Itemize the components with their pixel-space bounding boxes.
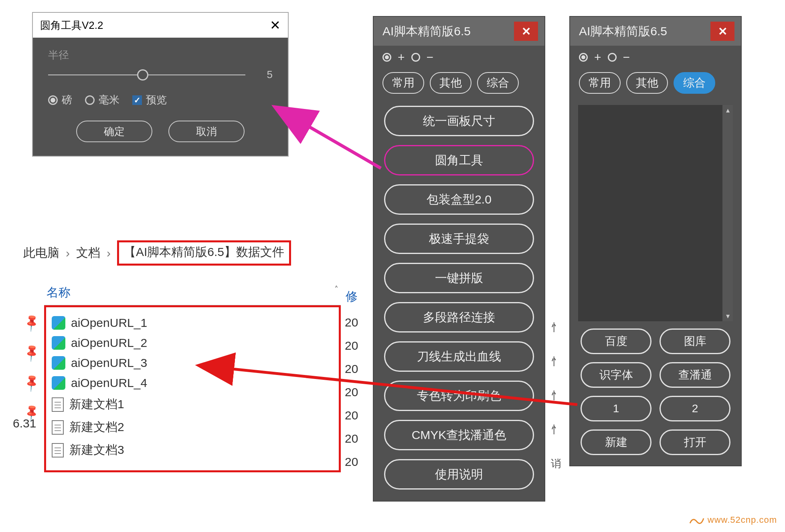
file-name: 新建文档1 — [69, 396, 124, 413]
radio-pound-label: 磅 — [62, 93, 72, 107]
tab-mixed[interactable]: 综合 — [477, 72, 519, 94]
file-date: 20 — [345, 362, 358, 376]
mode-row: + − — [570, 46, 741, 66]
col-name[interactable]: 名称 — [47, 284, 71, 301]
file-list: aiOpenURL_1 aiOpenURL_2 aiOpenURL_3 aiOp… — [44, 305, 341, 472]
file-header[interactable]: 名称 ˄ — [44, 280, 341, 305]
cancel-button[interactable]: 取消 — [168, 121, 245, 142]
dialog-titlebar[interactable]: 圆角工具V2.2 ✕ — [33, 13, 288, 38]
minus-label: − — [623, 50, 630, 64]
doc-file-icon — [52, 397, 64, 412]
script-button[interactable]: 统一画板尺寸 — [384, 106, 534, 136]
panel-titlebar[interactable]: AI脚本精简版6.5 ✕ — [570, 17, 741, 46]
script-button[interactable]: 多段路径连接 — [384, 302, 534, 332]
tab-common[interactable]: 常用 — [382, 72, 424, 94]
tab-other[interactable]: 其他 — [430, 72, 471, 94]
shortcut-1[interactable]: 1 — [581, 396, 651, 421]
radio-dot-icon[interactable] — [411, 53, 420, 62]
breadcrumb-root[interactable]: 此电脑 — [23, 245, 59, 261]
pin-icon[interactable]: 📌 — [21, 343, 42, 363]
scroll-up-icon[interactable]: ▴ — [722, 105, 733, 115]
shortcut-pantone[interactable]: 查潘通 — [660, 362, 730, 388]
shortcut-font[interactable]: 识字体 — [581, 362, 651, 388]
shortcut-2[interactable]: 2 — [660, 396, 730, 421]
script-list: 统一画板尺寸 圆角工具 包装盒型2.0 极速手提袋 一键拼版 多段路径连接 刀线… — [374, 101, 544, 501]
scroll-down-icon[interactable]: ▾ — [722, 311, 733, 321]
radius-slider[interactable] — [48, 75, 245, 75]
stray-char: 忄 — [551, 320, 561, 335]
breadcrumb-folder[interactable]: 【AI脚本精简版6.5】数据文件 — [117, 240, 291, 266]
file-name: aiOpenURL_3 — [71, 356, 147, 370]
script-panel-2: AI脚本精简版6.5 ✕ + − 常用 其他 综合 ▴ ▾ 百度 图库 识字体 … — [569, 16, 742, 466]
script-button-round-corner[interactable]: 圆角工具 — [384, 145, 534, 175]
list-item[interactable]: aiOpenURL_3 — [50, 353, 335, 373]
shortcut-gallery[interactable]: 图库 — [660, 328, 730, 354]
scrollbar[interactable]: ▴ ▾ — [722, 105, 733, 321]
pin-icon[interactable]: 📌 — [21, 373, 42, 393]
panel-titlebar[interactable]: AI脚本精简版6.5 ✕ — [374, 17, 544, 46]
close-icon[interactable]: ✕ — [710, 22, 734, 41]
file-panel: 名称 ˄ aiOpenURL_1 aiOpenURL_2 aiOpenURL_3… — [44, 280, 341, 472]
script-button[interactable]: 使用说明 — [384, 459, 534, 490]
watermark-text: www.52cnp.com — [708, 515, 777, 525]
checkbox-preview[interactable]: ✓ 预览 — [132, 93, 167, 107]
url-file-icon — [52, 336, 65, 350]
list-item[interactable]: aiOpenURL_2 — [50, 333, 335, 353]
col-date[interactable]: 修 — [346, 288, 358, 305]
radio-dot-icon[interactable] — [382, 53, 391, 62]
round-corner-dialog: 圆角工具V2.2 ✕ 半径 5 磅 毫米 ✓ 预览 确定 — [32, 12, 289, 157]
tab-common[interactable]: 常用 — [579, 72, 621, 94]
script-button[interactable]: 专色转为印刷色 — [384, 381, 534, 411]
plus-label: + — [398, 50, 405, 64]
slider-thumb-icon[interactable] — [137, 69, 148, 81]
list-item[interactable]: aiOpenURL_4 — [50, 373, 335, 393]
script-button[interactable]: 一键拼版 — [384, 263, 534, 293]
check-icon: ✓ — [132, 95, 142, 105]
radius-value: 5 — [257, 69, 273, 81]
radio-dot-icon[interactable] — [579, 53, 588, 62]
list-item[interactable]: 新建文档1 — [50, 393, 335, 416]
script-button[interactable]: 包装盒型2.0 — [384, 184, 534, 215]
radio-pound[interactable]: 磅 — [48, 93, 72, 107]
file-name: 新建文档3 — [69, 442, 124, 458]
file-name: aiOpenURL_4 — [71, 376, 147, 390]
breadcrumb: 此电脑 › 文档 › 【AI脚本精简版6.5】数据文件 — [23, 240, 291, 266]
tab-mixed[interactable]: 综合 — [674, 72, 715, 94]
tab-other[interactable]: 其他 — [626, 72, 668, 94]
radio-dot-icon[interactable] — [608, 53, 617, 62]
shortcut-grid: 百度 图库 识字体 查潘通 1 2 新建 打开 — [570, 328, 741, 466]
url-file-icon — [52, 316, 65, 330]
radio-mm[interactable]: 毫米 — [85, 93, 119, 107]
chevron-right-icon: › — [107, 246, 111, 260]
panel-title-text: AI脚本精简版6.5 — [579, 23, 667, 40]
shortcut-baidu[interactable]: 百度 — [581, 328, 651, 354]
doc-file-icon — [52, 443, 64, 457]
script-button[interactable]: CMYK查找潘通色 — [384, 420, 534, 450]
close-icon[interactable]: ✕ — [270, 18, 281, 33]
preview-area: ▴ ▾ — [578, 105, 733, 321]
script-button[interactable]: 极速手提袋 — [384, 224, 534, 254]
tab-row: 常用 其他 综合 — [570, 66, 741, 101]
dialog-title-text: 圆角工具V2.2 — [40, 18, 103, 32]
close-icon[interactable]: ✕ — [514, 22, 538, 41]
pin-column: 📌 📌 📌 📌 — [24, 316, 39, 420]
script-button[interactable]: 刀线生成出血线 — [384, 341, 534, 372]
svg-line-0 — [305, 124, 381, 168]
list-item[interactable]: 新建文档3 — [50, 439, 335, 461]
radio-dot-icon — [85, 95, 95, 105]
radius-label: 半径 — [48, 48, 273, 62]
list-item[interactable]: aiOpenURL_1 — [50, 313, 335, 333]
breadcrumb-docs[interactable]: 文档 — [76, 245, 100, 261]
file-date: 20 — [345, 339, 358, 353]
mode-row: + − — [374, 46, 544, 66]
watermark: www.52cnp.com — [689, 514, 777, 526]
tab-row: 常用 其他 综合 — [374, 66, 544, 101]
stray-char: 忄 — [551, 355, 561, 369]
file-date: 20 — [345, 316, 358, 329]
shortcut-new[interactable]: 新建 — [581, 429, 651, 455]
list-item[interactable]: 新建文档2 — [50, 416, 335, 439]
pin-icon[interactable]: 📌 — [21, 312, 42, 333]
ok-button[interactable]: 确定 — [76, 121, 152, 142]
stray-char: 诮 — [551, 457, 561, 471]
shortcut-open[interactable]: 打开 — [660, 429, 730, 455]
